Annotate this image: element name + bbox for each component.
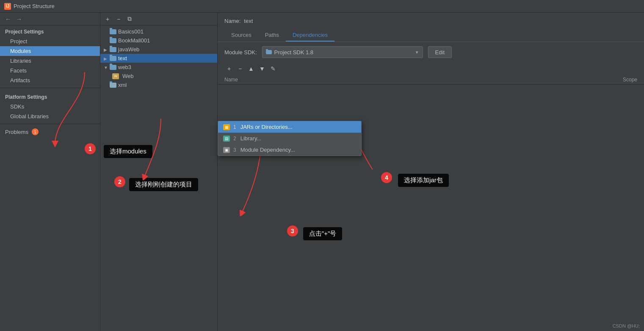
folder-icon-javaweb	[110, 47, 116, 52]
tree-item-basics001[interactable]: Basics001	[100, 27, 217, 36]
deps-remove-button[interactable]: −	[235, 64, 245, 73]
sidebar-item-facets[interactable]: Facets	[0, 66, 100, 75]
sidebar-item-artifacts[interactable]: Artifacts	[0, 75, 100, 85]
sdk-edit-button[interactable]: Edit	[428, 46, 452, 58]
tree-copy-button[interactable]: ⧉	[125, 14, 134, 24]
folder-icon-text	[110, 56, 116, 61]
mod-dep-icon: ▣	[223, 147, 230, 153]
tree-label-text: text	[118, 55, 127, 61]
sdk-dropdown[interactable]: Project SDK 1.8 ▼	[262, 46, 423, 58]
tree-item-text[interactable]: ▶ text	[100, 54, 217, 63]
app-icon: IJ	[4, 3, 11, 10]
name-value: text	[244, 18, 253, 24]
jars-icon: ▦	[223, 124, 230, 130]
tab-dependencies[interactable]: Dependencies	[286, 29, 334, 42]
tree-label-javaweb: javaWeb	[118, 46, 139, 53]
item-num-1: 1	[233, 124, 236, 130]
folder-icon-xml	[110, 83, 116, 88]
dropdown-label-library: Library...	[240, 135, 262, 142]
forward-button[interactable]: →	[14, 14, 24, 24]
tree-arrow-xml	[104, 83, 108, 87]
left-sidebar: ← → Project Settings Project Modules Lib…	[0, 13, 100, 331]
tree-arrow-javaweb: ▶	[104, 47, 108, 52]
name-label: Name:	[224, 18, 240, 24]
sidebar-item-libraries[interactable]: Libraries	[0, 56, 100, 66]
deps-down-button[interactable]: ▼	[257, 64, 267, 73]
web-icon: W	[112, 73, 119, 79]
annotation-circle-3: 3	[287, 225, 298, 236]
annotation-text-1: 选择modules	[104, 145, 152, 158]
deps-edit-button[interactable]: ✎	[268, 64, 278, 73]
tab-sources[interactable]: Sources	[224, 29, 258, 42]
tree-add-button[interactable]: +	[103, 14, 112, 24]
item-num-3: 3	[233, 147, 236, 153]
tree-item-javaweb[interactable]: ▶ javaWeb	[100, 45, 217, 54]
main-layout: ← → Project Settings Project Modules Lib…	[0, 13, 644, 331]
sdk-row: Module SDK: Project SDK 1.8 ▼ Edit	[218, 42, 644, 62]
folder-icon-web3	[110, 65, 116, 70]
sidebar-divider-2	[0, 124, 100, 124]
annotation-text-2: 选择刚刚创建的项目	[129, 178, 198, 191]
dropdown-item-library[interactable]: ▤ 2 Library...	[218, 133, 361, 144]
tree-remove-button[interactable]: −	[114, 14, 123, 24]
deps-add-button[interactable]: +	[224, 64, 234, 73]
title-bar: IJ Project Structure	[0, 0, 644, 13]
window-title: Project Structure	[14, 3, 55, 9]
dropdown-label-jars: JARs or Directories...	[240, 124, 293, 130]
sdk-label: Module SDK:	[224, 49, 257, 56]
problems-badge: 1	[32, 128, 39, 135]
back-button[interactable]: ←	[3, 14, 13, 24]
annotation-circle-4: 4	[381, 172, 392, 183]
tabs-bar: Sources Paths Dependencies	[218, 29, 644, 42]
platform-settings-title: Platform Settings	[0, 91, 100, 102]
sdk-folder-icon	[266, 50, 272, 54]
sidebar-item-project[interactable]: Project	[0, 36, 100, 46]
sidebar-item-modules[interactable]: Modules	[0, 46, 100, 56]
folder-icon-basics001	[110, 29, 116, 34]
tree-item-bookmall001[interactable]: BookMall001	[100, 36, 217, 45]
dropdown-item-module-dep[interactable]: ▣ 3 Module Dependency...	[218, 144, 361, 156]
table-header: Name Scope	[218, 75, 644, 85]
table-col-name: Name	[224, 77, 623, 83]
tree-arrow-bookmall001	[104, 39, 108, 43]
annotation-circle-2: 2	[114, 176, 125, 187]
sidebar-item-sdks[interactable]: SDKs	[0, 102, 100, 111]
tree-label-xml: xml	[118, 82, 127, 88]
tree-label-basics001: Basics001	[118, 28, 144, 35]
middle-panel: + − ⧉ Basics001 BookMall001 ▶ javaWeb	[100, 13, 218, 331]
name-row: Name: text	[218, 13, 644, 29]
dropdown-item-jars[interactable]: ▦ 1 JARs or Directories...	[218, 121, 361, 133]
tree-arrow-web3: ▼	[104, 65, 108, 70]
tree-item-web[interactable]: W Web	[100, 72, 217, 81]
nav-bar: ← →	[0, 13, 100, 25]
project-settings-title: Project Settings	[0, 25, 100, 36]
add-dropdown-menu: ▦ 1 JARs or Directories... ▤ 2 Library..…	[218, 121, 362, 156]
dropdown-label-module-dep: Module Dependency...	[240, 147, 295, 153]
right-panel: Name: text Sources Paths Dependencies Mo…	[218, 13, 644, 331]
tree-item-xml[interactable]: xml	[100, 81, 217, 89]
deps-up-button[interactable]: ▲	[246, 64, 256, 73]
annotation-text-4: 选择添加jar包	[398, 174, 449, 187]
sdk-value: Project SDK 1.8	[274, 49, 412, 56]
tree-arrow-basics001	[104, 30, 108, 34]
tree-arrow-text: ▶	[104, 56, 108, 61]
problems-label: Problems	[5, 129, 28, 135]
tree-label-bookmall001: BookMall001	[118, 37, 150, 44]
tree-label-web3: web3	[118, 64, 131, 70]
lib-icon: ▤	[223, 136, 230, 142]
watermark: CSDN @HU;	[613, 323, 640, 328]
folder-icon-bookmall001	[110, 38, 116, 43]
deps-toolbar: + − ▲ ▼ ✎	[218, 62, 644, 75]
item-num-2: 2	[233, 136, 236, 142]
tree-item-web3[interactable]: ▼ web3	[100, 63, 217, 72]
table-col-scope: Scope	[623, 77, 637, 83]
tab-paths[interactable]: Paths	[258, 29, 286, 42]
tree-toolbar: + − ⧉	[100, 13, 217, 25]
sidebar-item-problems[interactable]: Problems 1	[0, 127, 100, 137]
sidebar-divider	[0, 88, 100, 88]
tree-label-web: Web	[122, 73, 134, 79]
sidebar-item-global-libraries[interactable]: Global Libraries	[0, 111, 100, 121]
annotation-text-3: 点击"+"号	[303, 227, 342, 240]
sdk-dropdown-arrow: ▼	[415, 50, 419, 55]
annotation-circle-1: 1	[85, 143, 96, 154]
